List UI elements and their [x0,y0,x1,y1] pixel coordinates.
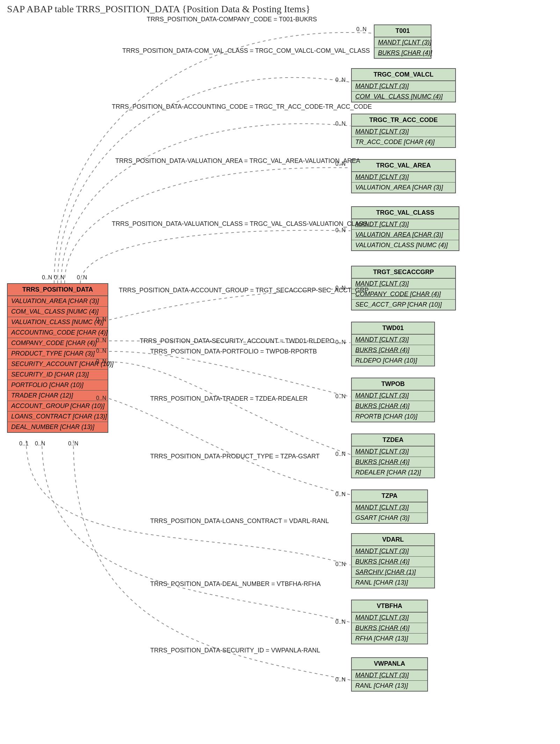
entity-field: BUKRS [CHAR (4)] [352,623,427,634]
entity-header: TRRS_POSITION_DATA [8,284,108,296]
cardinality-label: 0..N [96,316,106,323]
entity-field: MANDT [CLNT (3)] [352,335,434,345]
entity-field: COM_VAL_CLASS [NUMC (4)] [352,92,455,102]
entity-trgc_com_valcl: TRGC_COM_VALCLMANDT [CLNT (3)]COM_VAL_CL… [351,68,456,102]
entity-field: VALUATION_AREA [CHAR (3)] [352,230,459,240]
entity-vwpanla: VWPANLAMANDT [CLNT (3)]RANL [CHAR (13)] [351,657,428,692]
cardinality-label: 0..N [77,274,87,281]
entity-field: MANDT [CLNT (3)] [352,502,427,513]
entity-field: BUKRS [CHAR (4)] [352,457,434,467]
entity-trrs_position_data: TRRS_POSITION_DATAVALUATION_AREA [CHAR (… [7,283,108,433]
connector-line [109,399,350,495]
cardinality-label: 0..N [335,393,346,400]
entity-field: BUKRS [CHAR (4)] [374,48,431,58]
entity-field: MANDT [CLNT (3)] [352,81,455,92]
entity-field: RPORTB [CHAR (10)] [352,412,434,422]
entity-field: LOANS_CONTRACT [CHAR (13)] [8,412,108,422]
entity-field: RLDEPO [CHAR (10)] [352,356,434,366]
cardinality-label: 0..N [335,121,346,127]
relation-label: TRRS_POSITION_DATA-VALUATION_CLASS = TRG… [112,220,368,228]
cardinality-label: 0..N [356,26,366,33]
entity-vtbfha: VTBFHAMANDT [CLNT (3)]BUKRS [CHAR (4)]RF… [351,600,428,644]
entity-field: MANDT [CLNT (3)] [374,37,431,48]
entity-field: TR_ACC_CODE [CHAR (4)] [352,137,455,147]
entity-field: DEAL_NUMBER [CHAR (13)] [8,422,108,432]
entity-header: TZPA [352,490,427,502]
entity-field: VALUATION_CLASS [NUMC (4)] [352,240,459,250]
entity-field: MANDT [CLNT (3)] [352,391,434,401]
entity-header: TWPOB [352,378,434,391]
entity-field: VALUATION_AREA [CHAR (3)] [352,183,455,193]
entity-field: VALUATION_CLASS [NUMC (4)] [8,317,108,328]
entity-t001: T001MANDT [CLNT (3)]BUKRS [CHAR (4)] [374,24,431,59]
entity-field: BUKRS [CHAR (4)] [352,401,434,412]
entity-field: MANDT [CLNT (3)] [352,127,455,137]
entity-vdarl: VDARLMANDT [CLNT (3)]BUKRS [CHAR (4)]SAR… [351,533,435,588]
relation-label: TRRS_POSITION_DATA-SECURITY_ACCOUNT = TW… [140,337,334,345]
cardinality-label: 0..N [335,77,346,83]
cardinality-label: 0..N [335,619,346,625]
connector-line [80,230,350,283]
relation-label: TRRS_POSITION_DATA-ACCOUNTING_CODE = TRG… [112,103,372,110]
entity-header: T001 [374,25,431,37]
entity-header: TZDEA [352,434,434,446]
cardinality-label: 0..N [335,161,346,167]
entity-twd01: TWD01MANDT [CLNT (3)]BUKRS [CHAR (4)]RLD… [351,322,435,366]
cardinality-label: 0..N [335,227,346,234]
entity-field: ACCOUNTING_CODE [CHAR (4)] [8,328,108,338]
entity-field: MANDT [CLNT (3)] [352,670,427,681]
connector-line [109,351,350,397]
relation-label: TRRS_POSITION_DATA-LOANS_CONTRACT = VDAR… [150,517,329,525]
cardinality-label: 0..N [335,285,346,291]
entity-field: MANDT [CLNT (3)] [352,446,434,457]
entity-header: VDARL [352,534,434,546]
relation-label: TRRS_POSITION_DATA-PORTFOLIO = TWPOB-RPO… [150,348,317,355]
entity-field: BUKRS [CHAR (4)] [352,557,434,567]
entity-header: TRGC_TR_ACC_CODE [352,114,455,127]
entity-field: SECURITY_ID [CHAR (13)] [8,370,108,380]
relation-label: TRRS_POSITION_DATA-COM_VAL_CLASS = TRGC_… [122,47,370,55]
entity-field: COMPANY_CODE [CHAR (4)] [8,338,108,349]
entity-field: RANL [CHAR (13)] [352,681,427,691]
entity-trgc_val_class: TRGC_VAL_CLASSMANDT [CLNT (3)]VALUATION_… [351,206,459,251]
entity-field: SARCHIV [CHAR (1)] [352,567,434,578]
entity-field: MANDT [CLNT (3)] [352,613,427,623]
relation-label: TRRS_POSITION_DATA-TRADER = TZDEA-RDEALE… [150,395,308,402]
relation-label: TRRS_POSITION_DATA-ACCOUNT_GROUP = TRGT_… [119,287,369,294]
cardinality-label: 0..N [96,337,106,344]
cardinality-label: 0..N [335,451,346,457]
entity-header: TRGC_COM_VALCL [352,69,455,81]
entity-field: MANDT [CLNT (3)] [352,546,434,557]
diagram-title: SAP ABAP table TRRS_POSITION_DATA {Posit… [7,3,310,15]
entity-trgc_val_area: TRGC_VAL_AREAMANDT [CLNT (3)]VALUATION_A… [351,159,456,193]
entity-field: BUKRS [CHAR (4)] [352,345,434,356]
entity-field: VALUATION_AREA [CHAR (3)] [8,296,108,307]
entity-tzpa: TZPAMANDT [CLNT (3)]GSART [CHAR (3)] [351,489,428,524]
entity-header: VTBFHA [352,600,427,613]
entity-field: RDEALER [CHAR (12)] [352,467,434,478]
relation-label: TRRS_POSITION_DATA-COMPANY_CODE = T001-B… [147,16,317,23]
entity-tzdea: TZDEAMANDT [CLNT (3)]BUKRS [CHAR (4)]RDE… [351,434,435,478]
entity-field: SECURITY_ACCOUNT [CHAR (10)] [8,359,108,370]
entity-trgc_tr_acc_code: TRGC_TR_ACC_CODEMANDT [CLNT (3)]TR_ACC_C… [351,114,456,148]
entity-field: COM_VAL_CLASS [NUMC (4)] [8,307,108,317]
entity-twpob: TWPOBMANDT [CLNT (3)]BUKRS [CHAR (4)]RPO… [351,378,435,422]
entity-header: TRGT_SECACCGRP [352,266,455,279]
cardinality-label: 0..N [96,358,106,365]
cardinality-label: 0..N [35,441,45,447]
entity-field: PORTFOLIO [CHAR (10)] [8,380,108,391]
entity-header: TWD01 [352,322,434,335]
cardinality-label: 0..N [96,395,106,401]
entity-field: TRADER [CHAR (12)] [8,391,108,401]
entity-field: PRODUCT_TYPE [CHAR (3)] [8,349,108,359]
cardinality-label: 0..N [42,274,52,281]
cardinality-label: 0..N [54,274,64,281]
connector-line [61,124,350,283]
cardinality-label: 0..1 [19,441,29,447]
relation-label: TRRS_POSITION_DATA-PRODUCT_TYPE = TZPA-G… [150,453,320,460]
connector-line [42,441,350,622]
entity-header: TRGC_VAL_CLASS [352,207,459,219]
cardinality-label: 0..N [68,441,78,447]
connector-line [109,362,350,455]
cardinality-label: 0..N [335,339,346,345]
